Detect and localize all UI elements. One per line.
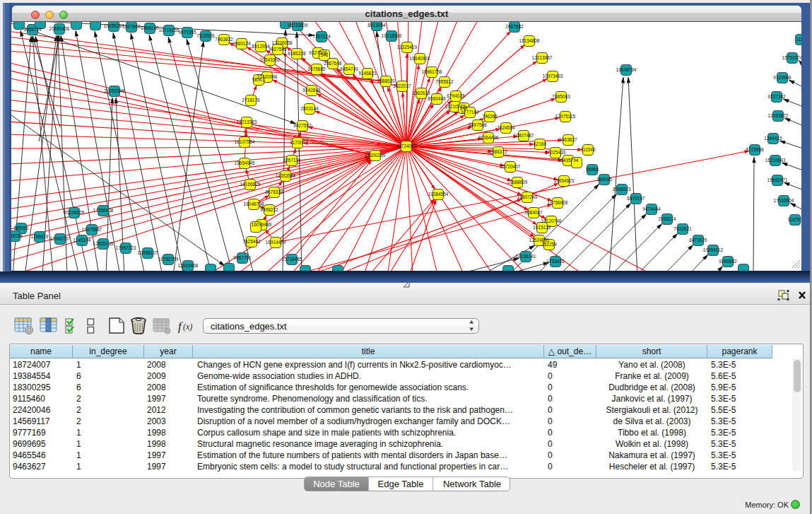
- svg-text:8186328: 8186328: [288, 51, 306, 56]
- svg-text:10958107: 10958107: [138, 250, 158, 255]
- svg-text:15720407: 15720407: [500, 164, 521, 169]
- svg-text:8454749: 8454749: [340, 66, 358, 71]
- svg-text:8938923: 8938923: [613, 187, 631, 192]
- svg-text:16120746: 16120746: [541, 218, 562, 223]
- svg-text:7485063: 7485063: [552, 94, 570, 99]
- svg-text:10688609: 10688609: [507, 180, 528, 185]
- svg-text:1733426: 1733426: [546, 259, 565, 264]
- svg-text:18724007: 18724007: [396, 144, 417, 148]
- svg-text:15751074: 15751074: [782, 55, 801, 60]
- svg-text:911546: 911546: [580, 147, 596, 152]
- svg-text:1362615: 1362615: [412, 90, 430, 95]
- svg-text:7932621: 7932621: [673, 226, 692, 231]
- svg-text:13226058: 13226058: [272, 40, 293, 45]
- svg-text:1244415: 1244415: [764, 136, 782, 141]
- svg-text:10025433: 10025433: [546, 150, 566, 155]
- svg-text:16961758: 16961758: [422, 69, 442, 74]
- svg-text:14136141: 14136141: [516, 254, 536, 259]
- svg-text:19654945: 19654945: [235, 160, 255, 165]
- svg-text:12923468: 12923468: [178, 263, 199, 268]
- svg-text:16154808: 16154808: [519, 38, 540, 43]
- svg-text:10655267: 10655267: [104, 23, 124, 28]
- svg-text:15692971: 15692971: [767, 177, 788, 182]
- svg-text:939154: 939154: [11, 233, 23, 238]
- svg-text:19756928: 19756928: [548, 200, 568, 205]
- svg-text:16107554: 16107554: [235, 139, 255, 144]
- svg-text:9129966: 9129966: [773, 75, 792, 80]
- svg-text:15495794: 15495794: [558, 158, 579, 163]
- svg-text:9245652: 9245652: [719, 259, 737, 264]
- svg-text:7625402: 7625402: [242, 239, 261, 244]
- svg-text:1588520: 1588520: [377, 78, 395, 83]
- svg-text:1527602: 1527602: [122, 24, 141, 29]
- svg-text:16046798: 16046798: [244, 201, 264, 206]
- svg-text:10807487: 10807487: [514, 133, 534, 138]
- svg-text:8678334: 8678334: [265, 189, 283, 194]
- svg-text:8990448: 8990448: [428, 96, 446, 101]
- svg-text:7515526: 7515526: [196, 33, 215, 38]
- svg-text:116753: 116753: [787, 217, 801, 222]
- svg-text:9660124: 9660124: [233, 41, 251, 46]
- svg-text:9498222: 9498222: [260, 207, 278, 212]
- svg-text:18807249: 18807249: [517, 194, 538, 199]
- svg-text:917004: 917004: [290, 140, 305, 145]
- svg-text:7463822: 7463822: [215, 37, 233, 42]
- svg-text:8813054: 8813054: [367, 23, 386, 28]
- svg-text:6794028: 6794028: [447, 93, 465, 98]
- svg-text:19166825: 19166825: [240, 182, 261, 187]
- svg-text:f: f: [178, 320, 183, 333]
- svg-text:20364436: 20364436: [478, 135, 499, 140]
- svg-text:9671355: 9671355: [178, 30, 196, 35]
- svg-text:7986372: 7986372: [489, 149, 507, 154]
- svg-text:19218506: 19218506: [382, 33, 402, 38]
- svg-text:16648784: 16648784: [616, 67, 637, 72]
- svg-text:8912954: 8912954: [252, 44, 270, 49]
- svg-text:9457791: 9457791: [233, 255, 252, 260]
- svg-text:62160: 62160: [534, 141, 546, 146]
- svg-text:16914479: 16914479: [266, 240, 286, 245]
- svg-text:(x): (x): [183, 322, 192, 332]
- svg-text:2367608: 2367608: [324, 61, 342, 66]
- svg-text:9827505: 9827505: [269, 47, 287, 52]
- svg-text:1615132: 1615132: [533, 225, 551, 230]
- svg-text:11353594: 11353594: [276, 173, 296, 178]
- svg-text:6497568: 6497568: [469, 122, 487, 127]
- svg-text:98901: 98901: [252, 77, 265, 82]
- svg-text:19975887: 19975887: [82, 227, 102, 232]
- svg-text:6466160: 6466160: [141, 25, 159, 30]
- svg-text:19654923: 19654923: [554, 178, 575, 183]
- svg-text:12213383: 12213383: [237, 119, 257, 124]
- svg-text:17957223: 17957223: [116, 245, 136, 250]
- svg-text:20053346: 20053346: [105, 88, 125, 93]
- svg-text:9055724: 9055724: [23, 27, 42, 32]
- svg-text:12505135: 12505135: [93, 241, 114, 246]
- svg-text:17359938: 17359938: [93, 208, 114, 213]
- svg-text:546: 546: [321, 52, 329, 57]
- svg-text:8267110: 8267110: [283, 158, 301, 163]
- svg-text:17016504: 17016504: [774, 198, 794, 203]
- svg-text:164095: 164095: [596, 177, 612, 182]
- svg-text:9084067: 9084067: [524, 210, 543, 215]
- svg-text:20206576: 20206576: [64, 210, 85, 215]
- svg-text:16099489: 16099489: [252, 222, 272, 227]
- svg-text:16640910: 16640910: [410, 56, 430, 61]
- svg-text:2803144: 2803144: [300, 106, 319, 111]
- svg-text:8215958: 8215958: [746, 147, 764, 152]
- svg-text:20691406: 20691406: [49, 26, 70, 31]
- svg-text:1145194: 1145194: [73, 238, 91, 243]
- svg-text:16782759: 16782759: [158, 257, 179, 262]
- svg-text:8471676: 8471676: [689, 238, 707, 243]
- svg-text:3675685: 3675685: [307, 66, 326, 71]
- svg-text:10973493: 10973493: [543, 74, 563, 78]
- svg-text:3624554: 3624554: [497, 125, 515, 130]
- svg-text:1156819: 1156819: [31, 234, 49, 239]
- svg-text:16210643: 16210643: [765, 158, 786, 163]
- svg-text:746266: 746266: [482, 114, 498, 119]
- svg-text:9242848: 9242848: [302, 88, 321, 93]
- svg-text:19384554: 19384554: [428, 192, 449, 197]
- svg-text:12942757: 12942757: [50, 236, 71, 241]
- svg-text:2718176: 2718176: [242, 98, 260, 103]
- svg-text:10719155: 10719155: [159, 28, 180, 33]
- svg-text:6879197: 6879197: [627, 196, 645, 201]
- svg-text:9427552: 9427552: [293, 123, 312, 128]
